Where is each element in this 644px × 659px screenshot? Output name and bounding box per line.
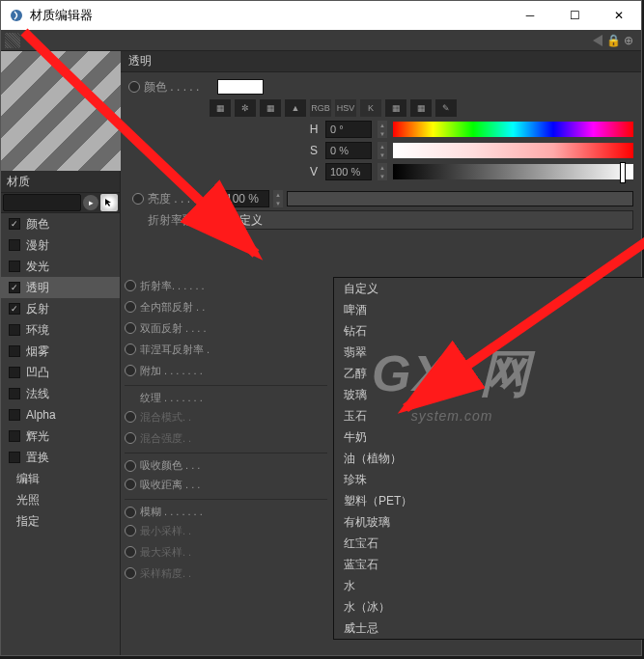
s-spinner[interactable]: ▲▼ xyxy=(378,142,387,159)
v-input[interactable]: 100 % xyxy=(325,163,372,180)
channel-反射[interactable]: 反射 xyxy=(1,298,120,319)
preset-option[interactable]: 牛奶 xyxy=(334,426,644,448)
param-radio[interactable] xyxy=(125,322,136,334)
channel-checkbox[interactable] xyxy=(9,409,20,421)
channel-辉光[interactable]: 辉光 xyxy=(1,426,120,447)
s-input[interactable]: 0 % xyxy=(325,142,372,159)
action-指定[interactable]: 指定 xyxy=(1,510,120,532)
brightness-input[interactable]: 100 % xyxy=(221,190,269,207)
channel-颜色[interactable]: 颜色 xyxy=(1,213,120,234)
h-label: H xyxy=(308,123,320,136)
channel-checkbox[interactable] xyxy=(9,239,20,251)
preset-option[interactable]: 钻石 xyxy=(334,320,644,342)
param-radio[interactable] xyxy=(125,567,136,579)
menu-arrow-button[interactable]: ▸ xyxy=(83,195,98,210)
param-radio[interactable] xyxy=(125,546,136,558)
material-preview[interactable] xyxy=(1,51,121,171)
value-slider[interactable] xyxy=(393,164,633,179)
preset-option[interactable]: 塑料（PET） xyxy=(334,490,644,511)
color-mode-button-7[interactable]: ▦ xyxy=(385,99,406,117)
channel-checkbox[interactable] xyxy=(9,430,20,442)
preset-option[interactable]: 自定义 xyxy=(334,278,644,299)
param-row: 纹理 . . . . . . . xyxy=(125,385,327,406)
minimize-button[interactable]: ─ xyxy=(508,1,552,30)
action-光照[interactable]: 光照 xyxy=(1,489,120,510)
refraction-preset-dropdown[interactable]: 自定义 xyxy=(221,210,633,230)
preset-option[interactable]: 啤酒 xyxy=(334,299,644,320)
picker-button[interactable] xyxy=(100,194,118,211)
param-radio[interactable] xyxy=(125,301,136,313)
param-radio[interactable] xyxy=(125,365,136,376)
channel-checkbox[interactable] xyxy=(9,367,20,378)
s-label: S xyxy=(308,144,320,157)
h-spinner[interactable]: ▲▼ xyxy=(378,121,387,138)
channel-checkbox[interactable] xyxy=(9,324,20,336)
preset-option[interactable]: 威士忌 xyxy=(334,618,644,639)
color-mode-button-9[interactable]: ✎ xyxy=(435,99,457,117)
channel-checkbox[interactable] xyxy=(9,282,20,293)
param-radio[interactable] xyxy=(125,432,136,444)
preset-option[interactable]: 有机玻璃 xyxy=(334,511,644,533)
material-label: 材质 xyxy=(1,171,120,192)
channel-Alpha[interactable]: Alpha xyxy=(1,404,120,426)
channel-环境[interactable]: 环境 xyxy=(1,319,120,341)
preset-option[interactable]: 蓝宝石 xyxy=(334,554,644,575)
color-radio[interactable] xyxy=(128,81,140,93)
action-编辑[interactable]: 编辑 xyxy=(1,468,120,489)
channel-checkbox[interactable] xyxy=(9,261,20,272)
param-radio[interactable] xyxy=(125,280,136,291)
preset-option[interactable]: 玉石 xyxy=(334,405,644,426)
param-radio[interactable] xyxy=(125,525,136,536)
channel-checkbox[interactable] xyxy=(9,218,20,230)
channel-烟雾[interactable]: 烟雾 xyxy=(1,341,120,362)
preset-option[interactable]: 水 xyxy=(334,575,644,596)
brightness-radio[interactable] xyxy=(132,193,144,205)
channel-凹凸[interactable]: 凹凸 xyxy=(1,362,120,383)
close-button[interactable]: ✕ xyxy=(597,1,641,30)
param-radio[interactable] xyxy=(125,507,136,518)
channel-发光[interactable]: 发光 xyxy=(1,256,120,277)
color-swatch[interactable] xyxy=(217,79,264,95)
color-mode-button-8[interactable]: ▦ xyxy=(410,99,432,117)
param-radio[interactable] xyxy=(125,460,136,472)
h-input[interactable]: 0 ° xyxy=(325,121,372,138)
param-label: 采样精度. . xyxy=(140,566,191,581)
channel-漫射[interactable]: 漫射 xyxy=(1,234,120,256)
grip-icon xyxy=(5,33,20,48)
color-mode-button-0[interactable]: ▦ xyxy=(210,99,231,117)
preset-option[interactable]: 水（冰） xyxy=(334,596,644,618)
channel-checkbox[interactable] xyxy=(9,388,20,399)
channel-checkbox[interactable] xyxy=(9,452,20,463)
brightness-spinner[interactable]: ▲▼ xyxy=(273,190,283,207)
param-radio[interactable] xyxy=(125,479,136,490)
color-mode-button-1[interactable]: ✼ xyxy=(235,99,256,117)
channel-透明[interactable]: 透明 xyxy=(1,277,120,298)
param-radio[interactable] xyxy=(125,343,136,355)
saturation-slider[interactable] xyxy=(393,143,633,158)
brightness-slider[interactable] xyxy=(287,191,633,206)
channel-置换[interactable]: 置换 xyxy=(1,447,120,468)
param-row: 吸收距离 . . . xyxy=(125,474,327,495)
channel-checkbox[interactable] xyxy=(9,303,20,315)
preset-option[interactable]: 油（植物） xyxy=(334,448,644,469)
channel-法线[interactable]: 法线 xyxy=(1,383,120,404)
channel-checkbox[interactable] xyxy=(9,345,20,357)
preset-option[interactable]: 乙醇 xyxy=(334,363,644,384)
preset-option[interactable]: 翡翠 xyxy=(334,342,644,363)
color-mode-button-6[interactable]: K xyxy=(360,99,381,117)
hue-slider[interactable] xyxy=(393,122,633,137)
preset-option[interactable]: 珍珠 xyxy=(334,469,644,490)
add-icon[interactable]: ⊕ xyxy=(624,34,637,47)
back-arrow-icon[interactable] xyxy=(593,35,602,46)
color-mode-button-5[interactable]: HSV xyxy=(335,99,356,117)
maximize-button[interactable]: ☐ xyxy=(552,1,597,30)
preset-option[interactable]: 玻璃 xyxy=(334,384,644,405)
param-radio[interactable] xyxy=(125,411,136,423)
lock-icon[interactable]: 🔒 xyxy=(606,34,620,47)
color-mode-button-4[interactable]: RGB xyxy=(310,99,331,117)
material-name-input[interactable] xyxy=(3,194,81,211)
preset-option[interactable]: 红宝石 xyxy=(334,533,644,554)
v-spinner[interactable]: ▲▼ xyxy=(378,163,387,180)
color-mode-button-3[interactable]: ▲ xyxy=(285,99,306,117)
color-mode-button-2[interactable]: ▦ xyxy=(260,99,281,117)
